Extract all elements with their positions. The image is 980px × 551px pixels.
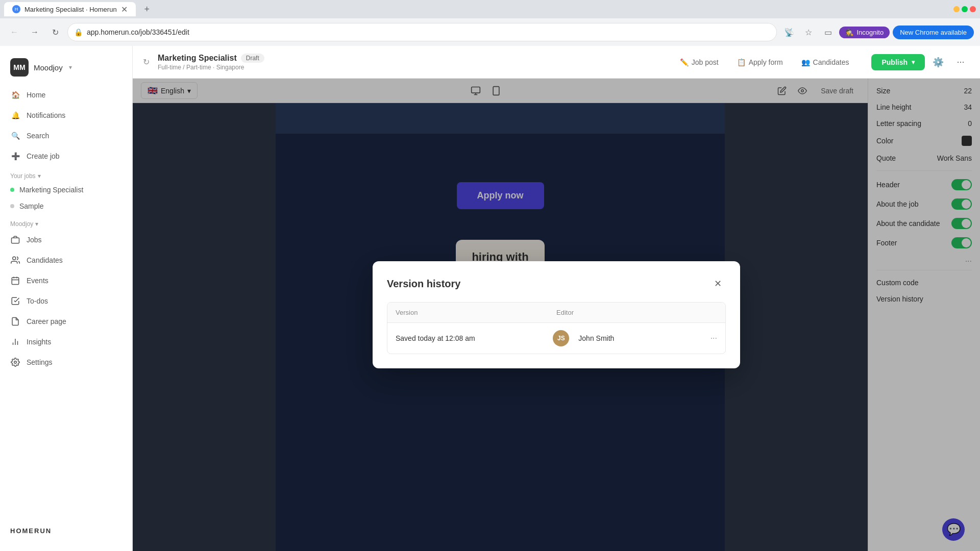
header-actions: Publish ▾ ⚙️ ···: [871, 53, 970, 71]
sidebar-item-events[interactable]: Events: [0, 270, 132, 291]
lock-icon: 🔒: [74, 28, 83, 36]
sidebar-logo: HOMERUN: [0, 519, 132, 543]
sidebar-item-label: Settings: [27, 358, 53, 366]
create-job-icon: ➕: [10, 151, 20, 161]
sidebar-job-marketing-specialist[interactable]: Marketing Specialist: [0, 182, 132, 198]
version-cell: Saved today at 12:08 am: [396, 334, 553, 342]
svg-point-9: [14, 361, 17, 364]
version-col-header: Version: [396, 309, 556, 316]
job-title-text: Marketing Specialist: [158, 54, 237, 63]
new-chrome-button[interactable]: New Chrome available: [893, 26, 974, 39]
incognito-button[interactable]: 🕵 Incognito: [839, 27, 890, 38]
sidebar-item-jobs[interactable]: Jobs: [0, 230, 132, 250]
job-title-area: Marketing Specialist Draft: [158, 54, 264, 63]
sidebar-item-candidates[interactable]: Candidates: [0, 250, 132, 270]
sidebar-item-settings[interactable]: Settings: [0, 352, 132, 372]
org-section-label: Moodjoy ▾: [0, 214, 132, 230]
publish-button[interactable]: Publish ▾: [871, 54, 925, 70]
modal-close-button[interactable]: ✕: [709, 276, 726, 292]
editor-col-header: Editor: [556, 309, 717, 316]
home-icon: 🏠: [10, 90, 20, 100]
version-history-table: Version Editor Saved today at 12:08 am J…: [387, 302, 726, 354]
tab-apply-form[interactable]: 📋 Apply form: [729, 54, 791, 70]
tab-candidates[interactable]: 👥 Candidates: [793, 54, 857, 70]
sidebar-item-todos[interactable]: To-dos: [0, 291, 132, 311]
org-section-chevron-icon: ▾: [35, 220, 38, 228]
editor-name-text: John Smith: [578, 334, 614, 342]
sidebar-item-label: Home: [27, 91, 45, 99]
org-switcher[interactable]: MM Moodjoy ▾: [0, 54, 132, 85]
header-tabs: ✏️ Job post 📋 Apply form 👥 Candidates: [672, 54, 857, 70]
version-history-modal: Version history ✕ Version Editor Saved t…: [373, 261, 740, 368]
sidebar-item-create-job[interactable]: ➕ Create job: [0, 146, 132, 166]
sidebar-toggle-icon[interactable]: ▭: [820, 24, 836, 40]
new-tab-button[interactable]: +: [140, 2, 154, 16]
job-meta-text: Full-time / Part-time · Singapore: [158, 64, 264, 71]
sidebar-item-career-page[interactable]: Career page: [0, 311, 132, 332]
publish-chevron-icon: ▾: [912, 59, 915, 66]
settings-icon: [10, 357, 20, 367]
sidebar-item-label: Events: [27, 277, 48, 285]
events-icon: [10, 276, 20, 286]
cast-icon[interactable]: 📡: [781, 24, 797, 40]
job-info: Marketing Specialist Draft Full-time / P…: [158, 54, 264, 71]
incognito-label: Incognito: [856, 29, 884, 36]
org-name: Moodjoy: [34, 63, 63, 72]
editor-area: 🇬🇧 English ▾: [133, 79, 980, 551]
refresh-button[interactable]: ↻: [47, 24, 63, 40]
modal-title: Version history: [387, 278, 461, 290]
sidebar-item-insights[interactable]: Insights: [0, 332, 132, 352]
publish-label: Publish: [881, 58, 908, 66]
window-controls: [953, 6, 976, 12]
window-minimize-button[interactable]: [953, 6, 960, 12]
svg-rect-0: [12, 238, 19, 243]
main-content: ↻ Marketing Specialist Draft Full-time /…: [133, 46, 980, 551]
settings-gear-button[interactable]: ⚙️: [929, 53, 947, 71]
address-bar[interactable]: 🔒 app.homerun.co/job/336451/edit: [67, 23, 777, 41]
modal-header: Version history ✕: [387, 276, 726, 292]
tab-job-post[interactable]: ✏️ Job post: [672, 54, 727, 70]
sidebar-item-notifications[interactable]: 🔔 Notifications: [0, 105, 132, 126]
sidebar-item-label: Create job: [27, 152, 60, 160]
tab-close-icon[interactable]: ✕: [121, 5, 128, 14]
tab-apply-form-label: Apply form: [749, 58, 783, 66]
table-row: Saved today at 12:08 am JS John Smith ··…: [387, 323, 725, 354]
tab-candidates-label: Candidates: [813, 58, 849, 66]
tab-title: Marketing Specialist · Homerun: [24, 6, 117, 13]
sidebar-item-search[interactable]: 🔍 Search: [0, 126, 132, 146]
your-jobs-chevron-icon: ▾: [38, 172, 41, 180]
app-header: ↻ Marketing Specialist Draft Full-time /…: [133, 46, 980, 79]
sidebar-job-sample[interactable]: Sample: [0, 198, 132, 214]
search-icon: 🔍: [10, 131, 20, 141]
sidebar-item-label: Candidates: [27, 256, 63, 264]
more-options-button[interactable]: ···: [951, 53, 970, 71]
sidebar: MM Moodjoy ▾ 🏠 Home 🔔 Notifications 🔍 Se…: [0, 46, 133, 551]
window-maximize-button[interactable]: [962, 6, 968, 12]
browser-actions: 📡 ☆ ▭ 🕵 Incognito New Chrome available: [781, 24, 974, 40]
org-avatar: MM: [10, 58, 29, 77]
window-close-button[interactable]: [970, 6, 976, 12]
browser-titlebar: H Marketing Specialist · Homerun ✕ +: [0, 0, 980, 18]
row-actions-button[interactable]: ···: [710, 334, 717, 343]
job-post-icon: ✏️: [680, 58, 689, 66]
app-layout: MM Moodjoy ▾ 🏠 Home 🔔 Notifications 🔍 Se…: [0, 46, 980, 551]
job-label: Sample: [19, 202, 43, 210]
jobs-icon: [10, 235, 20, 245]
browser-tab[interactable]: H Marketing Specialist · Homerun ✕: [4, 2, 136, 16]
forward-button[interactable]: →: [27, 24, 43, 40]
sidebar-item-home[interactable]: 🏠 Home: [0, 85, 132, 105]
candidates-icon: [10, 255, 20, 265]
bookmark-icon[interactable]: ☆: [800, 24, 817, 40]
svg-rect-2: [12, 278, 19, 285]
url-text: app.homerun.co/job/336451/edit: [87, 28, 770, 36]
table-header-row: Version Editor: [387, 303, 725, 323]
job-status-dot: [10, 188, 14, 192]
incognito-icon: 🕵: [845, 29, 853, 36]
modal-overlay: Version history ✕ Version Editor Saved t…: [133, 79, 980, 551]
sidebar-item-label: Search: [27, 132, 49, 140]
apply-form-icon: 📋: [737, 58, 746, 66]
tab-job-post-label: Job post: [692, 58, 719, 66]
sidebar-item-label: To-dos: [27, 297, 48, 305]
browser-chrome: H Marketing Specialist · Homerun ✕ + ← →…: [0, 0, 980, 46]
back-button[interactable]: ←: [6, 24, 22, 40]
